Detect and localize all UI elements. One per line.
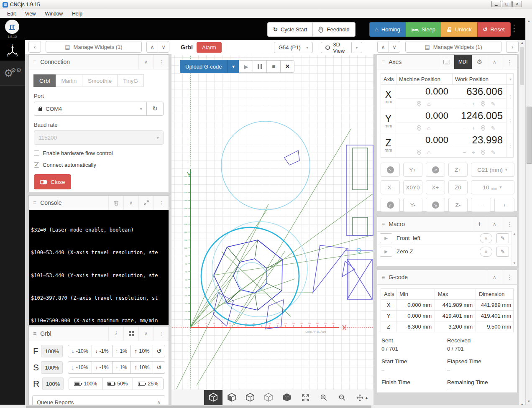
run-macro-button[interactable]: ▶ <box>380 233 392 243</box>
pin-icon[interactable] <box>417 150 421 155</box>
zoom-out-button[interactable] <box>333 390 351 405</box>
console-collapse-button[interactable]: ∧ <box>123 196 138 210</box>
manage-widgets-button-left[interactable]: ▤ Manage Widgets (1) <box>46 41 142 53</box>
menu-view[interactable]: View <box>20 9 41 18</box>
macro-collapse-item-button[interactable]: ∧ <box>480 247 492 257</box>
close-button[interactable]: ✕ <box>512 1 522 7</box>
jog-xy-zero-button[interactable]: X0Y0 <box>403 180 422 194</box>
macro-collapse-item-button[interactable]: ∧ <box>480 233 492 243</box>
axis-y-kebab[interactable]: ⋮ <box>506 109 514 133</box>
baud-select[interactable]: 115200 ▾ <box>34 130 164 145</box>
edit-macro-button[interactable]: ✎ <box>496 247 509 257</box>
home-icon[interactable]: ⌂ <box>427 149 430 156</box>
gcode-collapse-button[interactable]: ∧ <box>487 270 502 284</box>
feed-reset-button[interactable]: ↺ <box>153 345 165 357</box>
connection-kebab-menu[interactable]: ⋮ <box>153 55 169 69</box>
grbl-collapse-button[interactable]: ∧ <box>138 326 153 341</box>
right-panel-scrollbar[interactable]: ▲ ▼ <box>519 40 525 408</box>
homing-button[interactable]: ⌂Homing <box>369 22 406 37</box>
close-connection-button[interactable]: Close <box>34 174 71 189</box>
tab-smoothie[interactable]: Smoothie <box>82 74 118 87</box>
view-side1-button[interactable] <box>241 390 259 405</box>
scrollbar-thumb[interactable] <box>520 47 524 85</box>
spindle-reset-button[interactable]: ↺ <box>153 361 165 374</box>
minus-icon[interactable]: − <box>463 149 466 156</box>
pin-icon[interactable] <box>417 101 421 107</box>
jog-z-minus-button[interactable]: Z- <box>448 198 468 212</box>
axes-settings-button[interactable]: ⚙ <box>472 55 487 69</box>
tab-marlin[interactable]: Marlin <box>56 74 83 87</box>
step-increase-button[interactable]: + <box>494 198 514 212</box>
menu-window[interactable]: Window <box>40 9 67 18</box>
fit-to-view-button[interactable] <box>296 390 315 405</box>
jog-x-plus-y-minus-button[interactable]: ↘ <box>426 198 445 212</box>
upload-gcode-button[interactable]: Upload G-code <box>180 60 227 73</box>
minus-icon[interactable]: − <box>463 101 466 107</box>
cycle-start-button[interactable]: ↻ Cycle Start <box>267 22 313 37</box>
jog-z-plus-button[interactable]: Z+ <box>448 163 468 177</box>
console-terminal[interactable]: $32=0 (Laser-mode enable, boolean) $100=… <box>29 210 169 325</box>
edit-icon[interactable]: ✎ <box>491 149 496 156</box>
view-top-button[interactable] <box>204 390 223 405</box>
rail-item-settings[interactable]: ⚙⚙⚙ <box>0 61 25 86</box>
pin-icon[interactable] <box>417 125 421 131</box>
feed-plus1-button[interactable]: ↑1% <box>112 345 131 357</box>
plus-icon[interactable]: + <box>472 149 475 156</box>
3d-view-toggle[interactable]: 3D View <box>321 42 352 53</box>
rail-item-axes[interactable]: YZX <box>0 40 25 61</box>
pan-tool-button[interactable]: ▲ <box>351 390 373 405</box>
drag-handle-icon[interactable]: ≡ <box>381 274 385 280</box>
stop-button[interactable]: ■ <box>266 60 281 73</box>
spindle-minus1-button[interactable]: ↓-1% <box>92 361 113 374</box>
rapid-50-button[interactable]: 50% <box>102 377 133 390</box>
plus-icon[interactable]: + <box>472 101 475 107</box>
expand-all-right-button[interactable]: ∨ <box>389 41 400 53</box>
collapse-all-left-button[interactable]: ∧ <box>146 41 158 53</box>
menu-help[interactable]: Help <box>67 9 87 18</box>
drag-handle-icon[interactable]: ≡ <box>33 59 36 65</box>
jog-x-plus-y-plus-button[interactable]: ↗ <box>426 163 445 177</box>
mdi-button[interactable]: MDI <box>454 55 472 69</box>
home-icon[interactable]: ⌂ <box>427 125 430 131</box>
run-macro-button[interactable]: ▶ <box>380 247 392 257</box>
reset-button[interactable]: ↺ Reset <box>477 22 511 37</box>
menu-edit[interactable]: Edit <box>3 9 20 18</box>
auto-connect-checkbox[interactable]: ✓ <box>34 162 39 168</box>
keypad-button[interactable] <box>439 55 454 69</box>
collapse-left-panel-button[interactable]: ‹ <box>28 41 41 53</box>
console-kebab-menu[interactable]: ⋮ <box>153 196 169 210</box>
step-select[interactable]: 10mm▼ <box>471 180 514 194</box>
spindle-plus1-button[interactable]: ↑1% <box>112 361 131 374</box>
unlock-button[interactable]: Unlock <box>441 22 478 37</box>
grbl-kebab-menu[interactable]: ⋮ <box>153 326 169 341</box>
toolpath-canvas[interactable]: Y X Creal.FF dL.Acre 1020304050607080901… <box>171 55 373 390</box>
view-side2-button[interactable] <box>259 390 278 405</box>
step-decrease-button[interactable]: − <box>471 198 491 212</box>
grbl-layout-button[interactable] <box>123 326 138 341</box>
jog-y-minus-button[interactable]: Y- <box>403 198 422 212</box>
feed-minus1-button[interactable]: ↓-1% <box>92 345 113 357</box>
drag-handle-icon[interactable]: ≡ <box>381 59 385 65</box>
axis-z-kebab[interactable]: ⋮ <box>506 133 514 157</box>
upload-dropdown-caret[interactable]: ▼ <box>227 60 239 73</box>
rapid-100-button[interactable]: 100% <box>69 377 102 390</box>
macro-collapse-button[interactable]: ∧ <box>487 217 502 231</box>
close-gcode-button[interactable]: × <box>280 60 294 73</box>
jog-z-zero-button[interactable]: Z0 <box>448 180 468 194</box>
minus-icon[interactable]: − <box>463 125 466 131</box>
add-macro-button[interactable]: + <box>472 217 487 231</box>
pin-icon[interactable] <box>481 101 485 107</box>
spindle-minus10-button[interactable]: ↓-10% <box>68 361 92 374</box>
spindle-plus10-button[interactable]: ↑10% <box>130 361 153 374</box>
jog-y-plus-button[interactable]: Y+ <box>403 163 422 177</box>
plus-icon[interactable]: + <box>472 125 475 131</box>
refresh-ports-button[interactable]: ↻ <box>147 102 164 116</box>
window-scrollbar[interactable]: ▲ ▼ <box>525 18 532 405</box>
pin-icon[interactable] <box>481 125 485 131</box>
macro-kebab-menu[interactable]: ⋮ <box>502 217 517 231</box>
feedhold-button[interactable]: Feedhold <box>312 22 355 37</box>
scrollbar-thumb[interactable] <box>527 107 532 164</box>
drag-handle-icon[interactable]: ≡ <box>33 330 36 337</box>
manage-widgets-button-right[interactable]: ▤ Manage Widgets (1) <box>405 41 501 53</box>
axes-kebab-menu[interactable]: ⋮ <box>502 55 517 69</box>
